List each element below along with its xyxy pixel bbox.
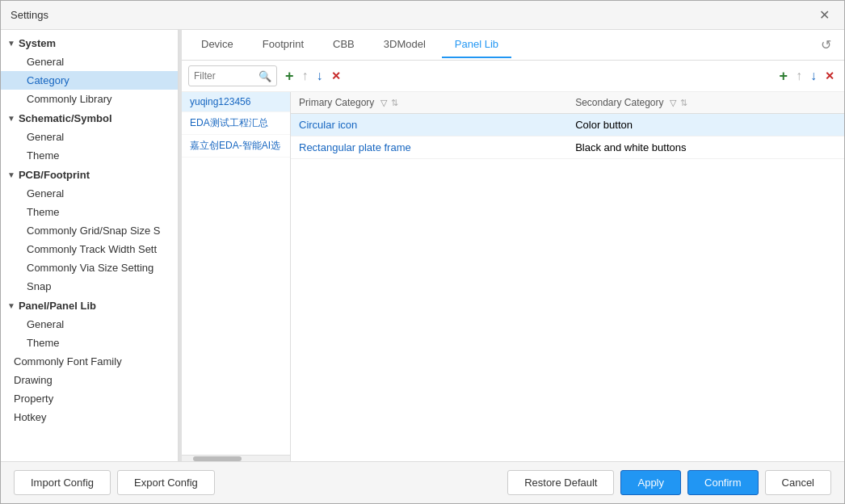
sidebar-item-property[interactable]: Property — [1, 389, 178, 408]
sidebar-item-general-panel[interactable]: General — [1, 315, 178, 334]
add-secondary-button[interactable]: + — [776, 66, 791, 86]
filter-box: 🔍 — [188, 65, 277, 86]
sidebar-item-commonly-font[interactable]: Commonly Font Family — [1, 352, 178, 371]
sidebar-group-schematic-label: Schematic/Symbol — [19, 112, 112, 124]
tab-footprint[interactable]: Footprint — [250, 32, 317, 58]
toolbar-right-buttons: + ↑ ↓ ✕ — [776, 66, 838, 86]
title-bar: Settings ✕ — [1, 1, 844, 30]
arrow-pcb: ▼ — [7, 170, 15, 179]
table-container: Primary Category ▽ ⇅ Secondary Category … — [291, 92, 844, 461]
tab-panel-lib[interactable]: Panel Lib — [442, 32, 511, 58]
filter-input[interactable] — [194, 70, 259, 82]
move-up-primary-button[interactable]: ↑ — [299, 67, 312, 85]
sidebar-group-system[interactable]: ▼ System — [1, 33, 178, 52]
toolbar-left-buttons: + ↑ ↓ ✕ — [282, 66, 344, 86]
primary-cell[interactable]: Rectangular plate frame — [291, 136, 567, 159]
secondary-cell: Color button — [567, 114, 844, 136]
sidebar-item-commonly-via[interactable]: Commonly Via Size Setting — [1, 258, 178, 277]
refresh-icon[interactable]: ↺ — [814, 34, 838, 56]
sidebar-item-category[interactable]: Category — [1, 71, 178, 90]
delete-secondary-button[interactable]: ✕ — [822, 68, 838, 84]
export-config-button[interactable]: Export Config — [117, 470, 215, 495]
move-down-primary-button[interactable]: ↓ — [313, 67, 326, 85]
footer: Import Config Export Config Restore Defa… — [1, 461, 844, 503]
sidebar-item-general-schematic[interactable]: General — [1, 128, 178, 146]
primary-filter-icon[interactable]: ▽ — [380, 98, 387, 107]
lib-scrollbar-thumb[interactable] — [193, 456, 242, 461]
tab-3dmodel[interactable]: 3DModel — [371, 32, 439, 58]
lib-item-yuqing[interactable]: yuqing123456 — [182, 92, 290, 112]
lib-item-eda[interactable]: EDA测试工程汇总 — [182, 112, 290, 135]
library-list: yuqing123456 EDA测试工程汇总 嘉立创EDA-智能AI选 — [182, 92, 290, 455]
confirm-button[interactable]: Confirm — [687, 470, 759, 495]
footer-left: Import Config Export Config — [14, 470, 215, 495]
footer-right: Restore Default Apply Confirm Cancel — [507, 470, 831, 495]
table-row[interactable]: Circular iconColor button — [291, 114, 844, 136]
tabs-bar: Device Footprint CBB 3DModel Panel Lib ↺ — [182, 30, 844, 61]
sidebar-item-commonly-library[interactable]: Commonly Library — [1, 90, 178, 108]
sidebar-group-schematic[interactable]: ▼ Schematic/Symbol — [1, 108, 178, 128]
main-content: ▼ System General Category Commonly Libra… — [1, 30, 844, 461]
lib-scrollbar — [182, 455, 290, 461]
tabs-list: Device Footprint CBB 3DModel Panel Lib — [188, 32, 511, 58]
delete-primary-button[interactable]: ✕ — [328, 68, 344, 84]
sidebar-group-pcb-label: PCB/Footprint — [19, 169, 90, 181]
cancel-button[interactable]: Cancel — [765, 470, 831, 495]
secondary-sort-icon[interactable]: ⇅ — [680, 98, 687, 107]
toolbar: 🔍 + ↑ ↓ ✕ + ↑ ↓ ✕ — [182, 61, 844, 92]
right-panel: Device Footprint CBB 3DModel Panel Lib ↺… — [182, 30, 844, 461]
sidebar-item-theme-panel[interactable]: Theme — [1, 334, 178, 352]
sidebar-item-general-system[interactable]: General — [1, 52, 178, 71]
sidebar-group-system-label: System — [19, 37, 56, 49]
table-row[interactable]: Rectangular plate frameBlack and white b… — [291, 136, 844, 159]
sidebar-item-hotkey[interactable]: Hotkey — [1, 408, 178, 426]
window-title: Settings — [11, 9, 48, 21]
sidebar-item-snap[interactable]: Snap — [1, 277, 178, 296]
move-up-secondary-button[interactable]: ↑ — [792, 67, 805, 85]
secondary-cell: Black and white buttons — [567, 136, 844, 159]
primary-category-header: Primary Category ▽ ⇅ — [291, 92, 567, 114]
arrow-schematic: ▼ — [7, 114, 15, 123]
categories-table: Primary Category ▽ ⇅ Secondary Category … — [291, 92, 844, 159]
tab-device[interactable]: Device — [188, 32, 246, 58]
sidebar-item-theme-pcb[interactable]: Theme — [1, 203, 178, 221]
arrow-panel: ▼ — [7, 301, 15, 310]
library-panel: yuqing123456 EDA测试工程汇总 嘉立创EDA-智能AI选 — [182, 92, 291, 461]
arrow-system: ▼ — [7, 39, 15, 48]
import-config-button[interactable]: Import Config — [14, 470, 111, 495]
settings-window: Settings ✕ ▼ System General Category Com… — [0, 0, 845, 504]
sidebar-item-theme-schematic[interactable]: Theme — [1, 146, 178, 165]
add-primary-button[interactable]: + — [282, 66, 297, 86]
search-icon: 🔍 — [259, 70, 271, 82]
sidebar-group-pcb[interactable]: ▼ PCB/Footprint — [1, 165, 178, 184]
secondary-filter-icon[interactable]: ▽ — [670, 98, 676, 107]
primary-cell[interactable]: Circular icon — [291, 114, 567, 136]
move-down-secondary-button[interactable]: ↓ — [807, 67, 820, 85]
sidebar-item-general-pcb[interactable]: General — [1, 184, 178, 203]
sidebar-item-commonly-grid[interactable]: Commonly Grid/Snap Size S — [1, 221, 178, 240]
close-button[interactable]: ✕ — [814, 6, 834, 24]
sidebar-item-commonly-track[interactable]: Commonly Track Width Sett — [1, 240, 178, 258]
restore-default-button[interactable]: Restore Default — [507, 470, 614, 495]
secondary-category-header: Secondary Category ▽ ⇅ — [567, 92, 844, 114]
sidebar-group-panel[interactable]: ▼ Panel/Panel Lib — [1, 296, 178, 315]
lib-item-jialichuang[interactable]: 嘉立创EDA-智能AI选 — [182, 135, 290, 158]
sidebar: ▼ System General Category Commonly Libra… — [1, 30, 179, 461]
sidebar-item-drawing[interactable]: Drawing — [1, 371, 178, 389]
sidebar-group-panel-label: Panel/Panel Lib — [19, 300, 96, 312]
content-area: yuqing123456 EDA测试工程汇总 嘉立创EDA-智能AI选 — [182, 92, 844, 461]
apply-button[interactable]: Apply — [620, 470, 681, 495]
primary-sort-icon[interactable]: ⇅ — [391, 98, 398, 107]
tab-cbb[interactable]: CBB — [320, 32, 368, 58]
